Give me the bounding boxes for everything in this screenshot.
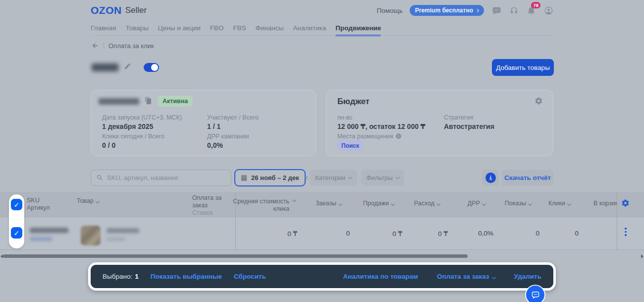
chat-bubble-icon <box>531 290 540 300</box>
tab-prodvizhenie[interactable]: Продвижение <box>335 24 381 36</box>
product-analytics-link[interactable]: Аналитика по товарам <box>343 273 418 280</box>
column-spend[interactable]: Расход <box>398 200 440 207</box>
support-headset-icon[interactable] <box>509 6 519 15</box>
row-checkbox[interactable]: ✓ <box>11 227 22 239</box>
notifications-bell-icon[interactable]: 78 <box>527 6 536 15</box>
tab-analitika[interactable]: Аналитика <box>293 24 326 36</box>
search-icon <box>96 174 104 181</box>
row-drr: 0,0% <box>452 230 493 237</box>
header-icons: 78 <box>492 6 553 15</box>
chevron-down-icon <box>491 275 495 279</box>
column-sales[interactable]: Продажи <box>353 200 394 207</box>
selection-action-bar: Выбрано: 1 Показать выбранные Сбросить А… <box>91 265 553 288</box>
info-icon[interactable] <box>395 133 402 139</box>
tab-fbo[interactable]: FBO <box>210 24 224 36</box>
tab-glavnaya[interactable]: Главная <box>91 24 116 36</box>
row-product-name-blurred <box>107 228 139 233</box>
add-products-button[interactable]: Добавить товары <box>492 59 554 76</box>
date-range-filter[interactable]: 26 нояб – 2 дек <box>234 169 306 186</box>
campaign-drr-value: 0,0% <box>207 141 223 149</box>
row-orders: 0 <box>308 230 350 237</box>
row-actions-kebab-icon[interactable] <box>625 228 627 238</box>
budget-settings-gear-icon[interactable] <box>535 97 543 105</box>
launch-date-value: 1 декабря 2025 <box>102 122 153 130</box>
column-avg-click-cost[interactable]: Средняя стоимость клика <box>233 198 296 213</box>
product-image-blurred <box>81 226 101 245</box>
premium-button-label: Premium бесплатно <box>415 7 473 14</box>
row-clicks: 0 <box>537 230 579 237</box>
column-impressions[interactable]: Показы <box>490 200 532 207</box>
back-arrow-icon[interactable] <box>91 42 99 50</box>
strategy-value: Автостратегия <box>444 122 494 130</box>
clear-date-icon[interactable] <box>303 175 309 181</box>
categories-dropdown[interactable]: Категории <box>310 170 357 186</box>
campaign-status-toggle[interactable] <box>144 63 159 72</box>
tab-fbs[interactable]: FBS <box>233 24 246 36</box>
column-drr[interactable]: ДРР <box>444 200 485 207</box>
budget-schedule-label: пн-вс <box>337 114 353 121</box>
edit-pencil-icon[interactable] <box>124 62 131 70</box>
row-spend: 0 ₸ <box>406 230 448 238</box>
row-sku-blurred <box>30 228 68 233</box>
premium-button[interactable]: Premium бесплатно <box>410 5 484 16</box>
search-input[interactable] <box>107 174 226 181</box>
ozon-seller-page: OZON Seller Помощь Premium бесплатно 78 <box>0 0 644 302</box>
row-article-blurred <box>30 237 53 241</box>
selected-count: 1 <box>135 273 139 280</box>
breadcrumb-divider <box>104 42 104 49</box>
selected-label: Выбрано: <box>103 273 132 280</box>
chat-fab-button[interactable] <box>526 286 544 302</box>
budget-card: Бюджет пн-вс 12 000 ₸, остаток 12 000 ₸ … <box>326 90 553 156</box>
launch-date-label: Дата запуска (UTC+3, МСК) <box>102 114 182 121</box>
select-all-checkbox[interactable]: ✓ <box>11 199 22 210</box>
account-avatar-icon[interactable] <box>544 6 553 15</box>
filters-label: Фильтры <box>366 174 392 181</box>
download-button[interactable] <box>482 170 499 186</box>
download-report-button[interactable]: Скачать отчёт <box>502 170 553 186</box>
table-column-divider <box>235 192 236 250</box>
clicks-today-label: Клики сегодня / Всего <box>102 133 164 140</box>
column-to-cart[interactable]: В корзину <box>593 200 617 207</box>
chevron-down-icon <box>395 175 399 179</box>
show-selected-link[interactable]: Показать выбранные <box>151 273 222 280</box>
reset-selection-link[interactable]: Сбросить <box>234 273 266 280</box>
column-orders[interactable]: Заказы <box>300 200 342 207</box>
column-product[interactable]: Товар <box>77 197 99 205</box>
tab-tseny-i-aktsii[interactable]: Цены и акции <box>158 24 201 36</box>
budget-schedule-value: 12 000 ₸, остаток 12 000 ₸ <box>337 122 426 130</box>
calendar-icon <box>240 174 248 181</box>
search-box <box>91 170 231 186</box>
column-sku: SKU Артикул <box>27 197 50 212</box>
campaign-drr-label: ДРР кампании <box>207 133 249 140</box>
column-pay-per-order: Оплата за заказ Ставка <box>192 194 233 217</box>
campaign-title-blurred <box>92 63 118 71</box>
messages-icon[interactable] <box>492 6 501 15</box>
delete-link[interactable]: Удалить <box>514 273 541 280</box>
row-product-sub-blurred <box>107 238 125 241</box>
ozon-logo: OZON <box>91 4 122 16</box>
filters-dropdown[interactable]: Фильтры <box>361 170 404 186</box>
pay-per-order-dropdown[interactable]: Оплата за заказ <box>437 273 495 280</box>
scrollbar-arrow-right[interactable] <box>641 254 644 258</box>
tab-tovary[interactable]: Товары <box>125 24 148 36</box>
strategy-label: Стратегия <box>444 114 473 121</box>
column-clicks[interactable]: Клики <box>529 200 571 207</box>
seller-logo-text: Seller <box>125 5 147 15</box>
download-icon <box>485 173 496 183</box>
table-settings-gear-icon[interactable] <box>621 199 630 207</box>
table-header: SKU Артикул Товар Оплата за заказ Ставка… <box>0 192 644 217</box>
top-header: OZON Seller Помощь Premium бесплатно 78 <box>91 4 553 17</box>
horizontal-scrollbar-thumb[interactable] <box>3 254 468 258</box>
categories-label: Категории <box>315 174 345 181</box>
chevron-right-icon <box>476 8 479 12</box>
notification-count-badge: 78 <box>531 2 540 9</box>
placement-search-badge: Поиск <box>337 140 363 151</box>
date-range-label: 26 нояб – 2 дек <box>251 174 299 181</box>
copy-icon[interactable] <box>144 97 152 105</box>
participants-label: Участвуют / Всего <box>207 114 259 121</box>
nav-divider <box>91 35 553 36</box>
status-badge: Активна <box>158 96 193 107</box>
help-link[interactable]: Помощь <box>377 7 403 14</box>
tab-finansy[interactable]: Финансы <box>256 24 284 36</box>
breadcrumb: Оплата за клик <box>91 42 154 50</box>
